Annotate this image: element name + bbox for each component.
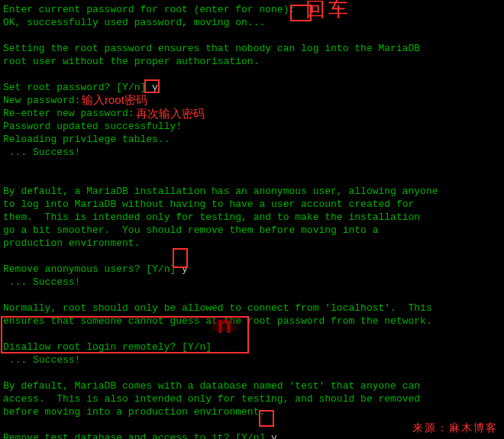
terminal-output: Enter current password for root (enter f… [0,0,504,439]
watermark: 来源：麻木博客 [412,421,498,434]
label-big-n: n [212,318,237,331]
